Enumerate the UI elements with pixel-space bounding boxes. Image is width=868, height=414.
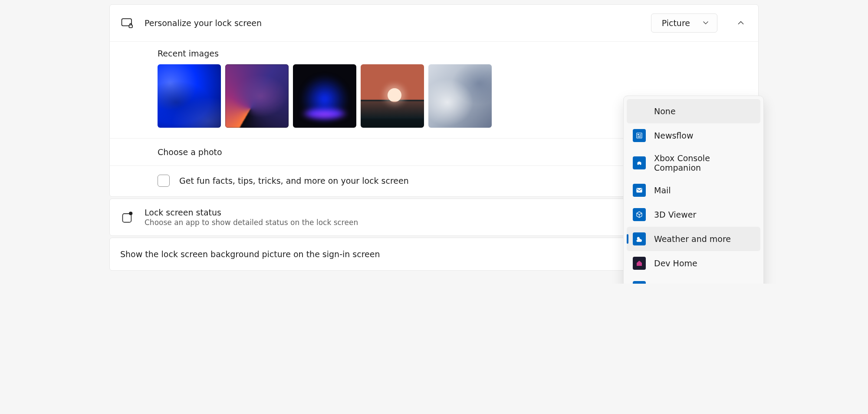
svg-rect-6 (638, 134, 639, 135)
calendar-icon (633, 281, 646, 284)
lock-screen-type-dropdown[interactable]: Picture (651, 13, 717, 33)
menu-item-label: Weather and more (654, 234, 731, 244)
menu-item-xbox[interactable]: Xbox Console Companion (627, 148, 760, 178)
chevron-down-icon (702, 18, 709, 28)
personalize-title: Personalize your lock screen (145, 18, 641, 28)
lock-screen-icon (120, 17, 134, 30)
personalize-header[interactable]: Personalize your lock screen Picture (110, 5, 758, 41)
svg-rect-2 (129, 25, 132, 27)
menu-item-newsflow[interactable]: Newsflow (627, 123, 760, 148)
menu-item-devhome[interactable]: Dev Home (627, 251, 760, 275)
menu-item-calendar[interactable]: Calendar (627, 275, 760, 284)
blank-icon (633, 105, 646, 118)
menu-item-label: Mail (654, 185, 671, 195)
devhome-icon (633, 257, 646, 270)
choose-photo-label: Choose a photo (158, 147, 222, 157)
menu-item-label: 3D Viewer (654, 210, 696, 219)
menu-item-3dviewer[interactable]: 3D Viewer (627, 202, 760, 227)
dropdown-value: Picture (662, 18, 690, 28)
fun-facts-checkbox[interactable] (158, 175, 170, 187)
signin-background-label: Show the lock screen background picture … (120, 249, 380, 259)
news-icon (633, 129, 646, 142)
menu-item-weather[interactable]: Weather and more (627, 227, 760, 251)
menu-item-label: Dev Home (654, 258, 697, 268)
fun-facts-label: Get fun facts, tips, tricks, and more on… (179, 176, 409, 185)
status-app-icon (120, 211, 134, 223)
menu-item-mail[interactable]: Mail (627, 178, 760, 202)
menu-item-none[interactable]: None (627, 99, 760, 123)
selection-indicator (627, 234, 628, 244)
recent-image-thumbnail[interactable] (225, 64, 289, 128)
recent-image-thumbnail[interactable] (428, 64, 492, 128)
weather-icon (633, 232, 646, 245)
recent-image-thumbnail[interactable] (361, 64, 424, 128)
menu-item-label: None (654, 106, 676, 116)
recent-image-thumbnail[interactable] (158, 64, 221, 128)
recent-image-thumbnail[interactable] (293, 64, 356, 128)
xbox-icon (633, 156, 646, 169)
svg-point-4 (129, 212, 132, 215)
recent-images-label: Recent images (158, 49, 758, 58)
mail-icon (633, 184, 646, 197)
cube-icon (633, 208, 646, 221)
status-app-flyout: None Newsflow Xbox Console Companion Mai… (623, 96, 764, 284)
collapse-button[interactable] (734, 19, 748, 27)
menu-item-label: Calendar (654, 283, 691, 284)
menu-item-label: Xbox Console Companion (654, 153, 754, 172)
menu-item-label: Newsflow (654, 131, 693, 140)
